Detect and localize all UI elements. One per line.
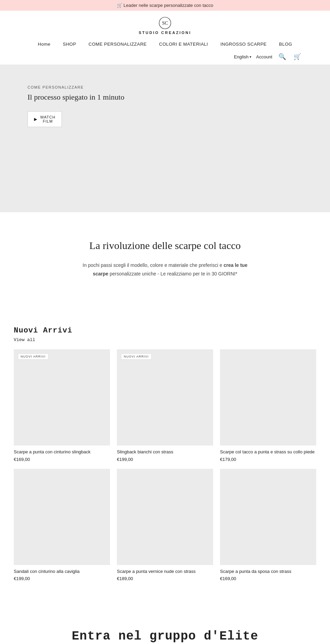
main-nav: Home SHOP COME PERSONALIZZARE COLORI E M… xyxy=(38,38,292,50)
logo-text: STUDIO CREAZIONI xyxy=(139,31,191,35)
product-badge: NUOVI ARRIVI xyxy=(121,353,152,360)
top-banner: 🛒 Leader nelle scarpe personalizzate con… xyxy=(0,0,330,11)
watch-btn-text: WATCH FILM xyxy=(40,115,55,123)
product-name: Scarpe col tacco a punta e strass su col… xyxy=(220,449,316,455)
logo-icon: SC xyxy=(159,17,171,29)
nav-ingrosso[interactable]: INGROSSO SCARPE xyxy=(220,42,267,47)
product-price: €189,00 xyxy=(117,576,213,581)
revolution-text: In pochi passi scegli il modello, colore… xyxy=(79,261,251,278)
product-card[interactable]: Scarpe a punta da sposa con strass €169,… xyxy=(220,469,316,581)
elite-title: Entra nel gruppo d'Elite xyxy=(41,629,289,643)
nav-blog[interactable]: BLOG xyxy=(279,42,292,47)
hero-title: Il processo spiegato in 1 minuto xyxy=(28,93,302,102)
hero-label: COME PERSONALIZZARE xyxy=(28,85,302,89)
product-name: Sandali con cinturino alla caviglia xyxy=(14,568,110,575)
revolution-title: La rivoluzione delle scarpe col tacco xyxy=(41,240,289,251)
nav-come-personalizzare[interactable]: COME PERSONALIZZARE xyxy=(89,42,147,47)
cart-icon: 🛒 xyxy=(294,53,301,60)
secondary-nav: English ▾ Account 🔍 🛒 xyxy=(14,50,316,65)
account-link[interactable]: Account xyxy=(256,54,272,59)
product-image xyxy=(220,349,316,445)
language-label: English xyxy=(234,54,249,59)
product-card[interactable]: NUOVI ARRIVI Scarpe a punta con cinturin… xyxy=(14,349,110,462)
hero-section: COME PERSONALIZZARE Il processo spiegato… xyxy=(0,65,330,212)
new-arrivals-section: Nuovi Arrivi View all NUOVI ARRIVI Scarp… xyxy=(0,313,330,601)
svg-text:SC: SC xyxy=(162,21,168,26)
product-price: €199,00 xyxy=(14,576,110,581)
product-card[interactable]: Sandali con cinturino alla caviglia €199… xyxy=(14,469,110,581)
products-grid: NUOVI ARRIVI Scarpe a punta con cinturin… xyxy=(14,349,316,581)
chevron-down-icon: ▾ xyxy=(250,55,251,59)
view-all-link[interactable]: View all xyxy=(14,337,35,342)
product-image xyxy=(117,469,213,565)
nav-shop[interactable]: SHOP xyxy=(63,42,76,47)
cart-button[interactable]: 🛒 xyxy=(292,52,302,61)
product-badge: NUOVI ARRIVI xyxy=(18,353,48,360)
play-icon: ▶ xyxy=(34,117,37,122)
logo-area: SC STUDIO CREAZIONI xyxy=(139,17,191,35)
product-card[interactable]: Scarpe col tacco a punta e strass su col… xyxy=(220,349,316,462)
nav-colori[interactable]: COLORI E MATERIALI xyxy=(159,42,208,47)
language-selector[interactable]: English ▾ xyxy=(234,54,251,59)
product-price: €179,00 xyxy=(220,457,316,462)
product-name: Slingback bianchi con strass xyxy=(117,449,213,455)
product-name: Scarpe a punta vernice nude con strass xyxy=(117,568,213,575)
watch-film-button[interactable]: ▶ WATCH FILM xyxy=(28,111,62,127)
revolution-section: La rivoluzione delle scarpe col tacco In… xyxy=(0,212,330,299)
product-price: €169,00 xyxy=(220,576,316,581)
product-card[interactable]: NUOVI ARRIVI Slingback bianchi con stras… xyxy=(117,349,213,462)
product-card[interactable]: Scarpe a punta vernice nude con strass €… xyxy=(117,469,213,581)
nav-home[interactable]: Home xyxy=(38,42,51,47)
product-name: Scarpe a punta da sposa con strass xyxy=(220,568,316,575)
search-button[interactable]: 🔍 xyxy=(277,52,287,61)
product-image xyxy=(220,469,316,565)
product-name: Scarpe a punta con cinturino slingback xyxy=(14,449,110,455)
search-icon: 🔍 xyxy=(278,53,286,60)
product-image: NUOVI ARRIVI xyxy=(117,349,213,445)
section-header: Nuovi Arrivi View all xyxy=(14,326,316,342)
banner-text: 🛒 Leader nelle scarpe personalizzate con… xyxy=(117,3,213,8)
product-image xyxy=(14,469,110,565)
elite-section: Entra nel gruppo d'Elite Iscriviti alla … xyxy=(0,602,330,644)
product-price: €169,00 xyxy=(14,457,110,462)
header: SC STUDIO CREAZIONI Home SHOP COME PERSO… xyxy=(0,11,330,65)
product-image: NUOVI ARRIVI xyxy=(14,349,110,445)
product-price: €199,00 xyxy=(117,457,213,462)
new-arrivals-title: Nuovi Arrivi xyxy=(14,326,316,335)
